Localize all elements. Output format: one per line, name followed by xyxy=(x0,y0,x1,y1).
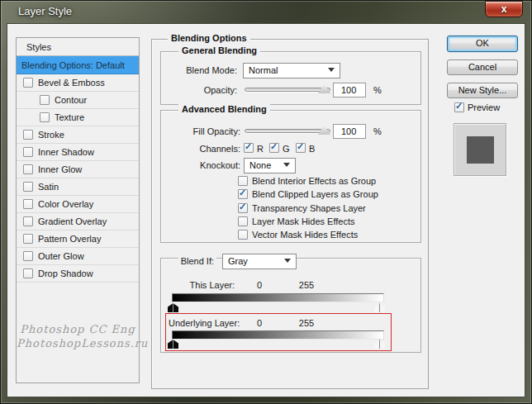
style-checkbox[interactable] xyxy=(23,234,33,244)
sidebar-item-label: Color Overlay xyxy=(38,196,93,213)
knockout-label: Knockout: xyxy=(200,160,240,170)
underlying-layer-min: 0 xyxy=(248,318,271,328)
styles-list-panel: Styles Blending Options: Default Bevel &… xyxy=(16,37,140,383)
option-checkbox[interactable] xyxy=(238,189,248,199)
fill-opacity-label: Fill Opacity: xyxy=(193,126,240,136)
sidebar-item-stroke[interactable]: Stroke xyxy=(17,126,139,144)
sidebar-item-drop-shadow[interactable]: Drop Shadow xyxy=(17,265,139,283)
channel-r-label: R xyxy=(257,144,264,154)
option-label: Blend Clipped Layers as Group xyxy=(252,189,378,199)
blend-mode-select[interactable]: Normal xyxy=(243,63,340,78)
option-checkbox[interactable] xyxy=(238,203,248,213)
blend-if-select[interactable]: Gray xyxy=(222,254,297,269)
titlebar[interactable]: Layer Style x xyxy=(0,0,532,23)
blend-if-label: Blend If: xyxy=(178,256,216,266)
style-checkbox[interactable] xyxy=(23,78,33,88)
new-style-button[interactable]: New Style... xyxy=(447,83,518,98)
sidebar-item-texture[interactable]: Texture xyxy=(17,109,139,126)
watermark: Photoshop CC Eng PhotoshopLessons.ru xyxy=(17,322,139,350)
underlying-layer-gradient-bar[interactable] xyxy=(172,330,384,340)
this-layer-black-slider[interactable] xyxy=(168,303,178,312)
underlying-layer-label: Underlying Layer: xyxy=(169,318,240,328)
sidebar-item-inner-shadow[interactable]: Inner Shadow xyxy=(17,144,139,161)
channel-g-label: G xyxy=(283,144,290,154)
channel-b-label: B xyxy=(309,144,315,154)
option-label: Transparency Shapes Layer xyxy=(252,203,366,213)
this-layer-white-slider[interactable] xyxy=(374,303,385,312)
blend-if-value: Gray xyxy=(228,256,248,266)
option-label: Layer Mask Hides Effects xyxy=(252,216,355,226)
sidebar-item-label: Blending Options: Default xyxy=(21,56,125,74)
sidebar-item-label: Gradient Overlay xyxy=(38,213,107,231)
sidebar-item-label: Inner Shadow xyxy=(38,144,94,161)
sidebar-item-pattern-overlay[interactable]: Pattern Overlay xyxy=(17,231,139,248)
preview-swatch xyxy=(454,123,506,176)
chevron-down-icon xyxy=(284,259,291,263)
style-checkbox[interactable] xyxy=(23,147,33,157)
this-layer-max: 255 xyxy=(292,280,321,290)
preview-label: Preview xyxy=(468,102,500,112)
channel-r-checkbox[interactable] xyxy=(244,143,254,153)
opacity-input[interactable]: 100 xyxy=(333,83,366,97)
knockout-value: None xyxy=(249,160,271,170)
this-layer-label: This Layer: xyxy=(190,280,235,290)
style-checkbox[interactable] xyxy=(23,164,33,174)
cancel-button[interactable]: Cancel xyxy=(447,59,518,75)
watermark-line2: PhotoshopLessons.ru xyxy=(17,336,139,350)
style-checkbox[interactable] xyxy=(40,112,50,122)
ok-button[interactable]: OK xyxy=(447,36,518,52)
channel-b-checkbox[interactable] xyxy=(296,143,306,153)
blend-mode-label: Blend Mode: xyxy=(186,65,237,75)
panel-title: Blending Options xyxy=(168,33,250,43)
option-checkbox[interactable] xyxy=(238,230,248,240)
sidebar-item-blending-options-default[interactable]: Blending Options: Default xyxy=(17,56,139,74)
close-icon: x xyxy=(501,3,507,15)
channels-label: Channels: xyxy=(199,144,240,154)
chevron-down-icon xyxy=(283,163,290,167)
style-checkbox[interactable] xyxy=(23,130,33,140)
blend-mode-value: Normal xyxy=(249,65,278,75)
fill-opacity-input[interactable]: 100 xyxy=(333,124,366,139)
sidebar-item-label: Satin xyxy=(38,178,59,196)
preview-checkbox[interactable] xyxy=(454,102,464,112)
this-layer-gradient-bar[interactable] xyxy=(172,293,384,302)
sidebar-item-bevel-emboss[interactable]: Bevel & Emboss xyxy=(17,74,139,92)
sidebar-item-gradient-overlay[interactable]: Gradient Overlay xyxy=(17,213,139,231)
sidebar-item-inner-glow[interactable]: Inner Glow xyxy=(17,161,139,178)
option-checkbox[interactable] xyxy=(238,176,248,186)
channel-g-checkbox[interactable] xyxy=(269,143,279,153)
style-checkbox[interactable] xyxy=(23,182,33,192)
watermark-line1: Photoshop CC Eng xyxy=(17,322,139,336)
sidebar-item-outer-glow[interactable]: Outer Glow xyxy=(17,248,139,265)
sidebar-item-label: Stroke xyxy=(38,126,64,144)
styles-list: Bevel & EmbossContourTextureStrokeInner … xyxy=(17,74,139,283)
opacity-slider-track[interactable] xyxy=(245,88,330,92)
preview-swatch-inner xyxy=(467,136,494,164)
advanced-blending-title: Advanced Blending xyxy=(178,104,270,114)
style-checkbox[interactable] xyxy=(40,95,50,105)
styles-list-header: Styles xyxy=(17,38,139,56)
sidebar-item-label: Inner Glow xyxy=(38,161,82,178)
blend-if-group: Blend If: Gray This Layer: 0 255 Underly… xyxy=(160,258,421,353)
sidebar-item-label: Bevel & Emboss xyxy=(38,74,105,92)
sidebar-item-contour[interactable]: Contour xyxy=(17,92,139,109)
sidebar-item-color-overlay[interactable]: Color Overlay xyxy=(17,196,139,213)
close-button[interactable]: x xyxy=(485,1,523,17)
style-checkbox[interactable] xyxy=(23,216,33,226)
style-checkbox[interactable] xyxy=(23,199,33,209)
sidebar-item-label: Pattern Overlay xyxy=(38,231,101,248)
sidebar-item-label: Contour xyxy=(55,92,87,109)
option-checkbox[interactable] xyxy=(238,216,248,226)
sidebar-item-satin[interactable]: Satin xyxy=(17,178,139,196)
advanced-blending-group: Advanced Blending Fill Opacity: 100 % Ch… xyxy=(160,110,421,243)
option-label: Blend Interior Effects as Group xyxy=(252,176,376,186)
window-title: Layer Style xyxy=(18,5,72,17)
option-label: Vector Mask Hides Effects xyxy=(252,230,358,240)
style-checkbox[interactable] xyxy=(23,269,33,278)
style-checkbox[interactable] xyxy=(23,251,33,261)
preview-option: Preview xyxy=(454,102,500,112)
opacity-label: Opacity: xyxy=(204,85,237,95)
knockout-select[interactable]: None xyxy=(244,158,296,173)
fill-opacity-slider-track[interactable] xyxy=(245,129,330,133)
chevron-down-icon xyxy=(328,68,335,72)
